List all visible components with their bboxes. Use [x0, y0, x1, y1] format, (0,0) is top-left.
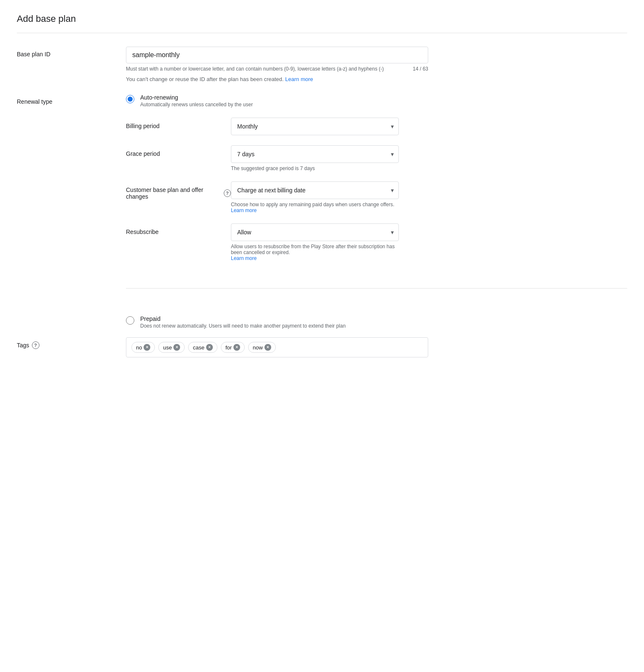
auto-renewing-radio[interactable]	[126, 95, 134, 103]
grace-period-select[interactable]: 7 days 3 days No grace period	[231, 145, 399, 163]
resubscribe-select-wrapper: Allow Disallow ▾	[231, 223, 399, 241]
prepaid-sublabel: Does not renew automatically. Users will…	[140, 323, 346, 329]
base-plan-id-content: Must start with a number or lowercase le…	[126, 47, 627, 82]
auto-renewing-option: Auto-renewing Automatically renews unles…	[126, 94, 627, 261]
customer-base-plan-select[interactable]: Charge at next billing date Charge immed…	[231, 181, 399, 199]
auto-renewing-subfields: Billing period Monthly Weekly Annually E…	[126, 118, 627, 261]
renewal-type-content: Auto-renewing Automatically renews unles…	[126, 94, 627, 329]
base-plan-id-learn-more[interactable]: Learn more	[285, 76, 313, 82]
prepaid-radio[interactable]	[126, 316, 134, 325]
billing-period-select-wrapper: Monthly Weekly Annually Every 2 months E…	[231, 118, 399, 135]
customer-base-plan-content: Charge at next billing date Charge immed…	[231, 181, 399, 213]
base-plan-id-char-count: 14 / 63	[413, 66, 428, 72]
customer-base-plan-learn-more[interactable]: Learn more	[231, 207, 257, 213]
resubscribe-helper: Allow users to resubscribe from the Play…	[231, 244, 399, 261]
tag-remove-button[interactable]: ×	[206, 344, 213, 351]
tag-remove-button[interactable]: ×	[264, 344, 271, 351]
renewal-type-divider	[126, 288, 627, 289]
page-title: Add base plan	[17, 13, 627, 24]
tags-info-icon: ?	[32, 341, 39, 349]
renewal-type-label: Renewal type	[17, 94, 126, 105]
customer-base-plan-select-wrapper: Charge at next billing date Charge immed…	[231, 181, 399, 199]
grace-period-label: Grace period	[126, 145, 231, 157]
customer-base-plan-info-icon: ?	[224, 189, 231, 197]
tag-chip: use×	[158, 342, 185, 353]
tag-chip: now×	[248, 342, 276, 353]
renewal-type-row: Renewal type Auto-renewing Automatically…	[17, 94, 627, 329]
billing-period-select[interactable]: Monthly Weekly Annually Every 2 months E…	[231, 118, 399, 135]
billing-period-row: Billing period Monthly Weekly Annually E…	[126, 118, 627, 135]
base-plan-id-info-text: You can't change or reuse the ID after t…	[126, 76, 284, 82]
resubscribe-content: Allow Disallow ▾ Allow users to resubscr…	[231, 223, 399, 261]
prepaid-option: Prepaid Does not renew automatically. Us…	[126, 315, 627, 329]
tags-input-container[interactable]: no×use×case×for×now×	[126, 337, 428, 357]
tag-chip: case×	[188, 342, 217, 353]
tag-remove-button[interactable]: ×	[173, 344, 180, 351]
tag-chip: for×	[221, 342, 245, 353]
grace-period-helper: The suggested grace period is 7 days	[231, 165, 399, 171]
grace-period-content: 7 days 3 days No grace period ▾ The sugg…	[231, 145, 399, 171]
resubscribe-row: Resubscribe Allow Disallow ▾ Allow users	[126, 223, 627, 261]
tag-remove-button[interactable]: ×	[144, 344, 150, 351]
billing-period-content: Monthly Weekly Annually Every 2 months E…	[231, 118, 399, 135]
tags-label: Tags ?	[17, 337, 126, 349]
base-plan-id-row: Base plan ID Must start with a number or…	[17, 47, 627, 82]
resubscribe-learn-more[interactable]: Learn more	[231, 255, 257, 261]
billing-period-label: Billing period	[126, 118, 231, 129]
customer-base-plan-row: Customer base plan and offer changes ? C…	[126, 181, 627, 213]
customer-base-plan-helper: Choose how to apply any remaining paid d…	[231, 202, 399, 213]
title-divider	[17, 33, 627, 33]
base-plan-id-helper-text: Must start with a number or lowercase le…	[126, 66, 384, 72]
customer-base-plan-label: Customer base plan and offer changes ?	[126, 181, 231, 200]
prepaid-label: Prepaid	[140, 315, 346, 322]
auto-renewing-label: Auto-renewing	[140, 94, 253, 101]
base-plan-id-label: Base plan ID	[17, 47, 126, 58]
auto-renewing-sublabel: Automatically renews unless cancelled by…	[140, 102, 253, 108]
grace-period-row: Grace period 7 days 3 days No grace peri…	[126, 145, 627, 171]
base-plan-id-helper: Must start with a number or lowercase le…	[126, 66, 428, 72]
base-plan-id-input[interactable]	[126, 47, 428, 63]
resubscribe-select[interactable]: Allow Disallow	[231, 223, 399, 241]
grace-period-select-wrapper: 7 days 3 days No grace period ▾	[231, 145, 399, 163]
renewal-type-radio-group: Auto-renewing Automatically renews unles…	[126, 94, 627, 329]
resubscribe-label: Resubscribe	[126, 223, 231, 235]
tags-row: Tags ? no×use×case×for×now×	[17, 337, 627, 357]
tag-remove-button[interactable]: ×	[233, 344, 240, 351]
base-plan-id-info: You can't change or reuse the ID after t…	[126, 76, 627, 82]
tag-chip: no×	[131, 342, 155, 353]
